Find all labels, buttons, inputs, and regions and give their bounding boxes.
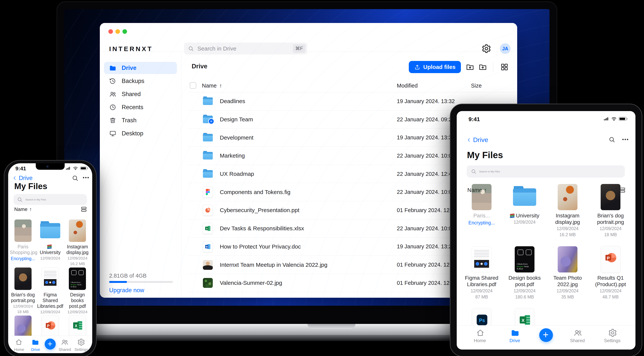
folder-icon [203, 134, 213, 142]
nav-item-label: Home [474, 338, 486, 343]
zoom-window-button[interactable] [122, 29, 127, 34]
new-folder-icon[interactable] [478, 63, 487, 71]
file-grid: Paris...Encrypting...University12/09/202… [460, 184, 632, 350]
cover-text: Designer Needs [516, 265, 529, 268]
sidebar-item-desktop[interactable]: Desktop [104, 127, 177, 140]
nav-item-shared[interactable]: Shared [58, 338, 72, 352]
sidebar-item-recents[interactable]: Recents [104, 101, 177, 113]
settings-gear-icon[interactable] [482, 44, 491, 53]
back-to-drive-link[interactable]: Drive [466, 136, 488, 144]
file-type-icon [203, 205, 213, 216]
drive-search-input[interactable] [197, 45, 290, 52]
search-icon [471, 169, 476, 174]
file-modified-date: 22 January 2024. 10:08 [397, 189, 455, 195]
grid-view-icon[interactable] [500, 63, 509, 71]
window-topbar: INTERNXT ⌘F JA [100, 23, 517, 52]
grid-tile[interactable]: Instagram display.jpg12/09/202416.2 MB [549, 184, 586, 246]
photo-thumbnail [14, 219, 32, 242]
bottom-nav: HomeDriveSharedSettings [8, 336, 92, 353]
encrypting-status: Encrypting... [11, 256, 35, 261]
sidebar-item-backups[interactable]: Backups [104, 75, 177, 87]
file-name: How to Protect Your Privacy.doc [220, 243, 301, 250]
nav-item-drive[interactable]: Drive [28, 338, 43, 352]
file-date: 12/09/2024 [68, 310, 88, 314]
nav-item-settings[interactable]: Settings [74, 338, 89, 352]
grid-tile[interactable]: PResults Q1 (Product).ppt12/09/202448.7 … [592, 246, 629, 309]
file-name: Marketing [220, 153, 245, 159]
nav-item-label: Home [14, 348, 24, 352]
powerpoint-file-icon: P [601, 246, 620, 273]
list-view-icon[interactable] [80, 206, 87, 213]
fab-new-button[interactable] [539, 328, 553, 342]
nav-item-label: Settings [74, 348, 88, 352]
phone-device: 9:41 Drive My Files Name Paris Shopping.… [4, 160, 96, 356]
back-to-drive-link[interactable]: Drive [12, 175, 32, 181]
sidebar-item-label: Trash [122, 117, 136, 124]
file-size: 18 MB [17, 309, 29, 314]
grid-tile[interactable]: Instagram display.jpg12/09/202416.2 MB [64, 219, 91, 268]
file-name: University [37, 244, 64, 255]
search-input[interactable] [25, 198, 84, 201]
file-date: 12/09/2024 [40, 256, 60, 261]
nav-item-settings[interactable]: Settings [602, 328, 623, 343]
search-bar[interactable] [14, 194, 87, 205]
more-menu-icon[interactable] [83, 177, 89, 178]
close-window-button[interactable] [108, 29, 113, 34]
word-file-icon: W [203, 241, 213, 252]
people-icon [109, 90, 116, 98]
nav-item-home[interactable]: Home [12, 338, 26, 352]
column-header-name[interactable]: Name [202, 83, 222, 89]
cover-text: To Read [516, 268, 523, 270]
column-header-modified[interactable]: Modified [397, 83, 418, 89]
nav-item-drive[interactable]: Drive [504, 328, 525, 343]
books-emoji-icon [47, 245, 52, 249]
select-all-checkbox[interactable] [190, 82, 196, 89]
more-menu-icon[interactable] [622, 139, 628, 140]
search-input[interactable] [479, 170, 620, 173]
column-header-size[interactable]: Size [471, 83, 482, 89]
file-date: 12/09/2024 [68, 256, 88, 261]
svg-text:X: X [75, 324, 78, 328]
search-icon[interactable] [608, 136, 615, 143]
drive-search-bar[interactable]: ⌘F [184, 42, 307, 54]
nav-item-home[interactable]: Home [470, 328, 490, 343]
fab-new-button[interactable] [45, 339, 56, 350]
upgrade-now-link[interactable]: Upgrade now [109, 287, 144, 294]
grid-tile[interactable]: University12/09/2024 [37, 219, 64, 268]
grid-tile[interactable]: 5 Books EveryDesigner NeedsTo ReadDesign… [64, 268, 91, 316]
search-icon[interactable] [72, 175, 78, 181]
tile-thumbnail [14, 316, 32, 338]
file-date: 12/09/2024 [600, 226, 621, 231]
sidebar-item-shared[interactable]: Shared [104, 88, 177, 100]
sort-by-name[interactable]: Name [14, 206, 32, 212]
grid-tile[interactable]: Paris...Encrypting... [468, 184, 495, 246]
upload-folder-icon[interactable] [466, 63, 474, 71]
file-date: 12/09/2024 [514, 219, 536, 225]
file-size: 87 MB [475, 294, 488, 300]
plus-icon [47, 341, 53, 347]
storage-progress-fill [109, 281, 127, 283]
grid-tile[interactable]: Brian's dog portrait.png12/09/202418 MB [592, 184, 629, 246]
sidebar-item-trash[interactable]: Trash [104, 114, 177, 127]
grid-tile[interactable]: Brian's dog portrait.png12/09/202418 MB [10, 268, 36, 316]
minimize-window-button[interactable] [116, 29, 120, 34]
sidebar-item-drive[interactable]: Drive [104, 62, 177, 74]
grid-tile[interactable]: Team Photo 2022.jpg12/09/202435 MB [549, 246, 586, 309]
user-avatar[interactable]: JA [500, 43, 510, 54]
sidebar-item-label: Drive [122, 65, 136, 71]
encrypting-status: Encrypting... [468, 220, 495, 226]
file-name: Results Q1 (Product).ppt [592, 275, 629, 288]
grid-tile[interactable]: 5 Books EveryDesigner NeedsTo ReadDesign… [506, 246, 543, 309]
grid-tile[interactable]: Figma Shared Libraries.pdf12/09/202487 M… [37, 268, 64, 316]
search-bar[interactable] [466, 165, 625, 178]
file-name: Instagram display.jpg [64, 244, 91, 255]
upload-files-button[interactable]: Upload files [409, 61, 461, 73]
tile-thumbnail: P [601, 246, 620, 272]
grid-tile[interactable]: Figma Shared Libraries.pdf12/09/202487 M… [463, 246, 500, 309]
home-icon [15, 338, 23, 347]
grid-tile[interactable]: University12/09/2024 [510, 184, 540, 246]
phone-screen: 9:41 Drive My Files Name Paris Shopping.… [8, 163, 92, 353]
nav-item-shared[interactable]: Shared [567, 328, 588, 343]
grid-tile[interactable]: Paris Shopping.jpgEncrypting... [10, 219, 36, 268]
camera-dot [46, 165, 49, 168]
